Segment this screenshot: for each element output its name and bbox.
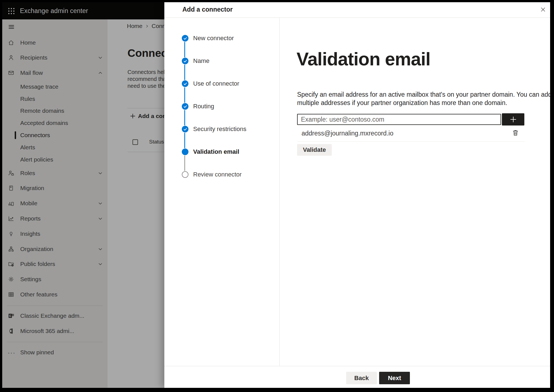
step-upcoming-icon xyxy=(182,171,188,178)
footer-divider xyxy=(164,366,550,366)
step-connector-line xyxy=(184,42,185,57)
step-connector-line xyxy=(184,155,185,171)
step-connector-line xyxy=(184,65,185,80)
app-window: Exchange admin center Home Recipients Ma… xyxy=(2,2,550,388)
step-current-icon xyxy=(182,148,188,155)
panel-header-divider xyxy=(164,17,550,18)
step-done-icon xyxy=(182,126,188,132)
wizard-step-use-of-connector[interactable]: Use of connector xyxy=(182,78,276,89)
close-icon xyxy=(540,6,546,13)
step-connector-line xyxy=(184,110,185,125)
address-list-divider xyxy=(297,141,525,142)
step-connector-line xyxy=(184,87,185,103)
trash-icon xyxy=(512,129,520,137)
delete-address-button[interactable] xyxy=(512,129,520,137)
step-done-icon xyxy=(182,35,188,42)
validation-email-input[interactable] xyxy=(297,114,501,125)
step-heading: Validation email xyxy=(297,49,430,69)
validate-button[interactable]: Validate xyxy=(297,144,332,156)
wizard-step-review-connector[interactable]: Review connector xyxy=(182,169,276,180)
step-connector-line xyxy=(184,133,185,148)
wizard-step-name[interactable]: Name xyxy=(182,55,276,66)
plus-icon xyxy=(509,115,517,124)
step-description: Specify an email address for an active m… xyxy=(297,90,550,107)
step-done-icon xyxy=(182,80,188,87)
wizard-step-security-restrictions[interactable]: Security restrictions xyxy=(182,124,276,135)
steps-content-divider xyxy=(279,18,280,366)
add-connector-panel: Add a connector New connector Name Use o… xyxy=(164,2,550,388)
wizard-step-routing[interactable]: Routing xyxy=(182,101,276,112)
wizard-step-new-connector[interactable]: New connector xyxy=(182,33,276,44)
panel-title: Add a connector xyxy=(182,6,233,13)
back-button[interactable]: Back xyxy=(346,372,377,384)
add-email-button[interactable] xyxy=(502,113,524,125)
added-address: address@journaling.mxrecord.io xyxy=(302,130,393,137)
step-done-icon xyxy=(182,58,188,64)
step-done-icon xyxy=(182,103,188,110)
wizard-step-validation-email[interactable]: Validation email xyxy=(182,146,276,157)
screenshot-root: Exchange admin center Home Recipients Ma… xyxy=(0,0,554,392)
close-button[interactable] xyxy=(538,4,548,15)
next-button[interactable]: Next xyxy=(379,372,410,384)
